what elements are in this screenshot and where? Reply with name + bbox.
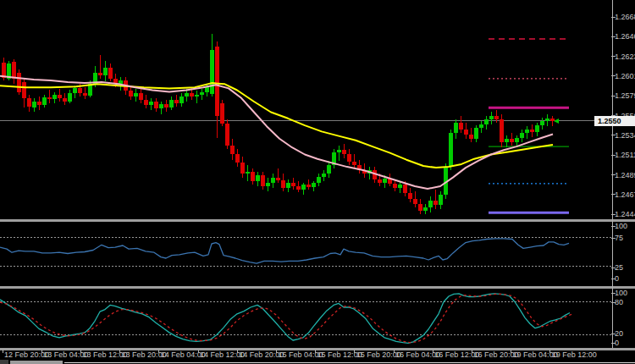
price-tick-label: 1.2489 xyxy=(615,171,635,179)
candle-body-up xyxy=(520,133,524,137)
candle-body-up xyxy=(266,183,270,186)
candle-body-up xyxy=(246,172,250,174)
panel-separator[interactable] xyxy=(0,286,635,289)
candle-body-up xyxy=(327,165,331,174)
candle-body-down xyxy=(190,93,194,97)
candle-body-down xyxy=(296,186,301,190)
candle-body-up xyxy=(423,207,428,211)
candle-body-down xyxy=(230,146,235,154)
candle-body-up xyxy=(134,93,138,97)
candle-body-down xyxy=(139,93,143,100)
candle-body-down xyxy=(464,130,468,134)
candle-body-down xyxy=(459,123,463,130)
candle-body-down xyxy=(251,172,255,180)
candle-body-down xyxy=(129,91,133,96)
candle-body-up xyxy=(383,179,387,183)
candle-body-up xyxy=(286,183,290,188)
mt4-chart-window: 10075250100802001.26681.26461.26231.2601… xyxy=(0,0,635,364)
price-tick-label: 1.2646 xyxy=(615,32,635,41)
candle-body-down xyxy=(225,124,229,146)
candle-body-up xyxy=(540,121,544,125)
candle-body-up xyxy=(210,50,214,94)
candle-body-up xyxy=(179,97,184,103)
candle-body-up xyxy=(474,128,478,138)
candle-body-down xyxy=(261,175,265,185)
time-tick-label: 13 Feb 04:00 xyxy=(43,350,88,359)
candle-body-down xyxy=(500,119,504,142)
candle-body-up xyxy=(454,123,458,133)
time-tick-label: 13 Feb 20:00 xyxy=(122,350,167,359)
candle-body-up xyxy=(317,177,321,183)
candle-body-down xyxy=(174,100,179,103)
indicator-scale-label: 0 xyxy=(615,274,619,283)
candle-body-up xyxy=(42,97,47,105)
candle-body-down xyxy=(144,100,148,105)
candle-body-down xyxy=(154,102,158,108)
candle-body-down xyxy=(408,193,412,198)
candle-body-up xyxy=(195,95,199,97)
candle-body-down xyxy=(58,95,62,98)
candle-body-down xyxy=(469,135,473,139)
candle-body-up xyxy=(169,100,174,108)
trading-chart-canvas[interactable]: 10075250100802001.26681.26461.26231.2601… xyxy=(0,0,635,364)
candle-body-down xyxy=(306,185,311,187)
candle-body-up xyxy=(322,174,326,176)
candle-body-down xyxy=(347,154,351,161)
time-tick-label: 15 Feb 12:00 xyxy=(318,350,362,359)
candle-body-down xyxy=(37,102,41,105)
candle-body-down xyxy=(220,103,224,124)
time-tick-label: 16 Feb 12:00 xyxy=(434,350,479,359)
time-tick-label: 12 Feb 20:00 xyxy=(4,350,49,359)
price-tick-label: 1.2467 xyxy=(615,190,635,199)
candle-body-down xyxy=(276,178,280,180)
candle-body-up xyxy=(479,124,483,128)
candle-body-up xyxy=(68,93,72,102)
time-tick-label: 16 Feb 20:00 xyxy=(473,350,518,359)
indicator-scale-label: 75 xyxy=(615,234,623,242)
candle-body-down xyxy=(83,93,87,96)
candle-body-up xyxy=(52,95,57,99)
scrollbar-thumb[interactable] xyxy=(10,361,63,364)
indicator-scale-label: 100 xyxy=(615,222,627,230)
candle-body-down xyxy=(17,73,21,92)
candle-body-down xyxy=(235,154,240,162)
price-tick-label: 1.2601 xyxy=(615,72,635,80)
price-tick-label: 1.2623 xyxy=(615,52,635,61)
candle-body-down xyxy=(240,163,245,174)
candle-body-up xyxy=(73,88,77,92)
candle-body-up xyxy=(32,102,36,108)
candle-body-down xyxy=(494,116,499,119)
scrollbar-corner xyxy=(0,360,8,364)
candle-body-down xyxy=(98,73,102,75)
time-tick-label: 14 Feb 12:00 xyxy=(200,350,245,359)
candle-body-down xyxy=(378,179,382,183)
indicator-scale-label: 80 xyxy=(615,298,623,306)
candle-body-down xyxy=(78,88,82,92)
time-axis[interactable]: 12 Feb 20:0013 Feb 04:0013 Feb 12:0013 F… xyxy=(3,350,597,359)
price-tick-label: 1.2579 xyxy=(615,91,635,100)
candle-body-down xyxy=(342,150,346,154)
candle-body-up xyxy=(489,116,494,119)
candle-body-up xyxy=(301,185,306,190)
candle-body-down xyxy=(291,183,295,186)
candle-body-up xyxy=(312,183,316,187)
candle-body-up xyxy=(535,125,539,132)
candle-body-up xyxy=(271,178,275,183)
candle-body-up xyxy=(484,119,489,124)
panel-separator[interactable] xyxy=(0,219,635,222)
candle-body-down xyxy=(418,204,422,211)
indicator-scale-label: 25 xyxy=(615,263,623,272)
price-tick-label: 1.2534 xyxy=(615,131,635,140)
candle-body-down xyxy=(215,47,219,115)
time-tick-label: 13 Feb 12:00 xyxy=(82,350,127,359)
indicator-scale-label: 20 xyxy=(615,329,623,338)
candle-body-up xyxy=(525,130,529,133)
candle-body-up xyxy=(185,93,189,97)
candle-body-down xyxy=(63,98,67,102)
candle-body-down xyxy=(393,184,397,188)
candle-body-up xyxy=(159,104,163,108)
time-tick-label: 19 Feb 12:00 xyxy=(552,350,597,359)
candle-body-up xyxy=(200,92,204,95)
price-tick-label: 1.2444 xyxy=(615,210,635,218)
indicator-scale-label: 100 xyxy=(615,289,627,297)
